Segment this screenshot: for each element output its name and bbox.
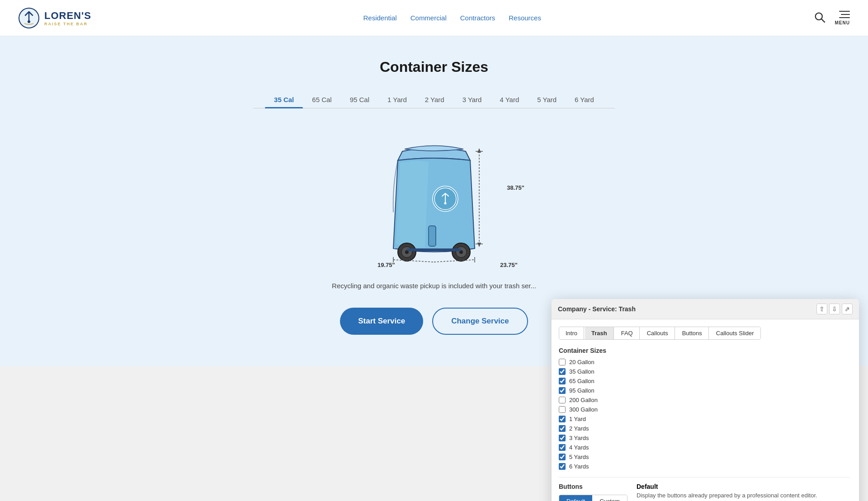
- panel-scroll-area: Container Sizes 20 Gallon 35 Gallon 65 G…: [559, 347, 852, 501]
- container-sizes-label: Container Sizes: [559, 347, 850, 354]
- search-button[interactable]: [813, 11, 826, 25]
- checkbox-3yards-input[interactable]: [559, 435, 566, 441]
- svg-line-20: [393, 260, 434, 262]
- logo-area: LOREN'S RAISE THE BAR: [18, 7, 91, 29]
- checkbox-5yards-input[interactable]: [559, 454, 566, 460]
- toggle-custom-button[interactable]: Custom: [592, 495, 627, 501]
- logo-name: LOREN'S: [44, 10, 91, 22]
- checkbox-4yards-label: 4 Yards: [569, 444, 589, 451]
- checkbox-95gallon[interactable]: 95 Gallon: [559, 387, 850, 394]
- checkbox-4yards-input[interactable]: [559, 444, 566, 451]
- checkbox-6yards[interactable]: 6 Yards: [559, 463, 850, 470]
- svg-marker-19: [477, 243, 481, 247]
- svg-rect-7: [429, 226, 436, 246]
- svg-line-22: [434, 260, 475, 262]
- tab-3yard[interactable]: 3 Yard: [453, 91, 491, 108]
- header-right: MENU: [813, 11, 850, 25]
- checkbox-1yard-label: 1 Yard: [569, 416, 586, 422]
- checkbox-200gallon-label: 200 Gallon: [569, 397, 598, 403]
- nav-resources[interactable]: Resources: [509, 14, 541, 22]
- panel-overlay: Company - Service: Trash ⇧ ⇩ ⇗ Intro Tra…: [552, 299, 859, 501]
- panel-down-button[interactable]: ⇩: [829, 304, 840, 314]
- tab-2yard[interactable]: 2 Yard: [416, 91, 453, 108]
- checkbox-200gallon[interactable]: 200 Gallon: [559, 397, 850, 403]
- checkbox-65gallon-label: 65 Gallon: [569, 378, 594, 384]
- size-tabs: 35 Cal 65 Cal 95 Cal 1 Yard 2 Yard 3 Yar…: [253, 91, 615, 108]
- checkbox-6yards-label: 6 Yards: [569, 463, 589, 470]
- checkbox-300gallon-label: 300 Gallon: [569, 406, 598, 413]
- checkbox-65gallon[interactable]: 65 Gallon: [559, 378, 850, 384]
- start-service-button[interactable]: Start Service: [340, 308, 423, 335]
- tab-1yard[interactable]: 1 Yard: [378, 91, 416, 108]
- panel-tab-faq[interactable]: FAQ: [615, 327, 640, 339]
- panel-up-button[interactable]: ⇧: [816, 304, 827, 314]
- checkbox-1yard-input[interactable]: [559, 416, 566, 422]
- checkbox-65gallon-input[interactable]: [559, 378, 566, 384]
- buttons-toggle: Default Custom: [559, 495, 627, 501]
- toggle-default-button[interactable]: Default: [559, 495, 592, 501]
- panel-divider: [559, 477, 850, 478]
- checkbox-1yard[interactable]: 1 Yard: [559, 416, 850, 422]
- tab-6yard[interactable]: 6 Yard: [566, 91, 603, 108]
- svg-rect-14: [407, 248, 461, 251]
- checkbox-4yards[interactable]: 4 Yards: [559, 444, 850, 451]
- checkbox-35gallon-input[interactable]: [559, 368, 566, 375]
- checkbox-300gallon-input[interactable]: [559, 406, 566, 413]
- buttons-section: Buttons Default Custom Default Display t…: [559, 483, 850, 501]
- default-text: Display the buttons already prepared by …: [637, 492, 850, 499]
- checkbox-2yards-input[interactable]: [559, 425, 566, 432]
- dimension-height: 38.75": [507, 184, 524, 191]
- panel-tab-callouts-slider[interactable]: Callouts Slider: [710, 327, 760, 339]
- checkbox-35gallon[interactable]: 35 Gallon: [559, 368, 850, 375]
- default-label: Default: [637, 483, 850, 490]
- nav-residential[interactable]: Residential: [363, 14, 396, 22]
- page-title: Container Sizes: [9, 59, 859, 75]
- tab-95cal[interactable]: 95 Cal: [341, 91, 378, 108]
- description-text: Recycling and organic waste pickup is in…: [9, 282, 859, 290]
- checkbox-list: 20 Gallon 35 Gallon 65 Gallon 95 Gallon: [559, 359, 850, 470]
- checkbox-3yards-label: 3 Yards: [569, 435, 589, 441]
- main-content: Container Sizes 35 Cal 65 Cal 95 Cal 1 Y…: [0, 36, 868, 366]
- checkbox-2yards[interactable]: 2 Yards: [559, 425, 850, 432]
- search-icon: [813, 11, 826, 23]
- tab-65cal[interactable]: 65 Cal: [303, 91, 340, 108]
- checkbox-5yards[interactable]: 5 Yards: [559, 454, 850, 460]
- panel-tab-intro[interactable]: Intro: [559, 327, 584, 339]
- change-service-button[interactable]: Change Service: [432, 308, 528, 335]
- panel-tab-callouts[interactable]: Callouts: [641, 327, 675, 339]
- svg-point-6: [444, 202, 447, 205]
- panel-header: Company - Service: Trash ⇧ ⇩ ⇗: [552, 299, 859, 319]
- menu-label: MENU: [835, 20, 850, 25]
- checkbox-3yards[interactable]: 3 Yards: [559, 435, 850, 441]
- checkbox-200gallon-input[interactable]: [559, 397, 566, 403]
- checkbox-5yards-label: 5 Yards: [569, 454, 589, 460]
- site-header: LOREN'S RAISE THE BAR Residential Commer…: [0, 0, 868, 36]
- main-nav: Residential Commercial Contractors Resou…: [363, 14, 541, 22]
- menu-line-top: [839, 11, 850, 12]
- default-description: Default Display the buttons already prep…: [637, 483, 850, 499]
- illustration-area: 38.75" 19.75" 23.75": [9, 126, 859, 268]
- nav-commercial[interactable]: Commercial: [410, 14, 447, 22]
- panel-tab-trash[interactable]: Trash: [585, 327, 614, 339]
- bin-illustration: [375, 126, 493, 267]
- panel-tab-buttons[interactable]: Buttons: [676, 327, 709, 339]
- svg-point-2: [815, 13, 822, 19]
- checkbox-35gallon-label: 35 Gallon: [569, 368, 594, 375]
- dimension-width-left: 19.75": [377, 262, 395, 268]
- menu-line-mid: [841, 14, 850, 15]
- nav-contractors[interactable]: Contractors: [460, 14, 495, 22]
- tab-5yard[interactable]: 5 Yard: [528, 91, 566, 108]
- bin-container: 38.75" 19.75" 23.75": [375, 126, 493, 268]
- checkbox-20gallon-input[interactable]: [559, 359, 566, 365]
- checkbox-20gallon-label: 20 Gallon: [569, 359, 594, 365]
- checkbox-6yards-input[interactable]: [559, 463, 566, 470]
- panel-expand-button[interactable]: ⇗: [842, 304, 853, 314]
- tab-4yard[interactable]: 4 Yard: [491, 91, 528, 108]
- tab-35cal[interactable]: 35 Cal: [265, 91, 303, 108]
- checkbox-20gallon[interactable]: 20 Gallon: [559, 359, 850, 365]
- panel-tabs: Intro Trash FAQ Callouts Buttons Callout…: [559, 327, 761, 340]
- panel-controls: ⇧ ⇩ ⇗: [816, 304, 853, 314]
- menu-button[interactable]: MENU: [835, 11, 850, 25]
- checkbox-95gallon-input[interactable]: [559, 387, 566, 394]
- checkbox-300gallon[interactable]: 300 Gallon: [559, 406, 850, 413]
